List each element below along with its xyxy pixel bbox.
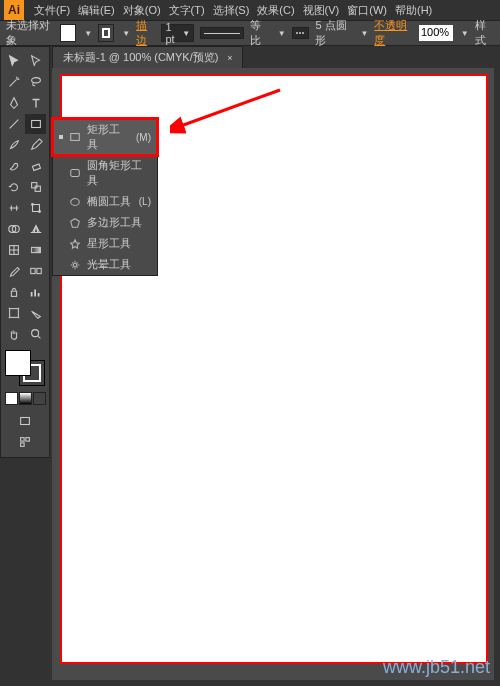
blob-brush-tool[interactable] — [3, 156, 24, 176]
menu-help[interactable]: 帮助(H) — [391, 3, 436, 18]
flyout-label: 光晕工具 — [87, 257, 151, 272]
document-tab-title: 未标题-1 @ 100% (CMYK/预览) — [63, 51, 218, 63]
svg-rect-4 — [35, 186, 40, 191]
column-graph-tool[interactable] — [25, 282, 46, 302]
fill-dropdown-icon[interactable]: ▼ — [84, 29, 92, 38]
uniform-dropdown-icon[interactable]: ▼ — [278, 29, 286, 38]
svg-marker-24 — [71, 218, 80, 227]
menu-file[interactable]: 文件(F) — [30, 3, 74, 18]
eraser-tool[interactable] — [25, 156, 46, 176]
stroke-link[interactable]: 描边 — [136, 18, 155, 48]
slice-tool[interactable] — [25, 303, 46, 323]
svg-rect-15 — [9, 309, 18, 318]
rotate-tool[interactable] — [3, 177, 24, 197]
edit-toolbar[interactable] — [15, 432, 36, 452]
flyout-rectangle[interactable]: 矩形工具 (M) — [53, 119, 157, 155]
style-label[interactable]: 样式 — [475, 18, 494, 48]
direct-selection-tool[interactable] — [25, 51, 46, 71]
flyout-label: 多边形工具 — [87, 215, 151, 230]
width-tool[interactable] — [3, 198, 24, 218]
symbol-sprayer-tool[interactable] — [3, 282, 24, 302]
svg-point-7 — [38, 211, 40, 213]
artboard-tool[interactable] — [3, 303, 24, 323]
eyedropper-tool[interactable] — [3, 261, 24, 281]
mesh-tool[interactable] — [3, 240, 24, 260]
svg-rect-14 — [11, 291, 16, 296]
svg-rect-13 — [36, 268, 40, 273]
none-mode[interactable] — [33, 392, 46, 405]
gradient-mode[interactable] — [19, 392, 32, 405]
fill-box[interactable] — [5, 350, 31, 376]
gradient-tool[interactable] — [25, 240, 46, 260]
no-selection-label: 未选择对象 — [6, 18, 54, 48]
menu-select[interactable]: 选择(S) — [209, 3, 254, 18]
watermark: www.jb51.net — [383, 657, 490, 678]
app-logo: Ai — [4, 0, 24, 20]
line-tool[interactable] — [3, 114, 24, 134]
menu-edit[interactable]: 编辑(E) — [74, 3, 119, 18]
svg-point-6 — [31, 204, 33, 206]
color-mode[interactable] — [5, 392, 18, 405]
opacity-link[interactable]: 不透明度 — [374, 18, 413, 48]
flyout-label: 圆角矩形工具 — [87, 158, 151, 188]
svg-rect-21 — [71, 134, 80, 141]
roundrect-icon — [69, 167, 81, 179]
magic-wand-tool[interactable] — [3, 72, 24, 92]
menu-type[interactable]: 文字(T) — [165, 3, 209, 18]
stroke-dropdown-icon[interactable]: ▼ — [122, 29, 130, 38]
scale-tool[interactable] — [25, 177, 46, 197]
brush-preview[interactable] — [292, 27, 310, 39]
opacity-dropdown-icon[interactable]: ▼ — [461, 29, 469, 38]
flare-icon — [69, 259, 81, 271]
stroke-profile[interactable] — [200, 27, 244, 39]
pen-tool[interactable] — [3, 93, 24, 113]
paintbrush-tool[interactable] — [3, 135, 24, 155]
pencil-tool[interactable] — [25, 135, 46, 155]
blend-tool[interactable] — [25, 261, 46, 281]
hand-tool[interactable] — [3, 324, 24, 344]
svg-rect-3 — [31, 183, 36, 188]
stroke-swatch[interactable] — [98, 24, 114, 42]
document-tab[interactable]: 未标题-1 @ 100% (CMYK/预览) × — [52, 46, 243, 68]
brush-label: 5 点圆形 — [315, 18, 352, 48]
selection-tool[interactable] — [3, 51, 24, 71]
brush-dropdown-icon[interactable]: ▼ — [360, 29, 368, 38]
flyout-flare[interactable]: 光晕工具 — [53, 254, 157, 275]
fill-swatch[interactable] — [60, 24, 76, 42]
zoom-tool[interactable] — [25, 324, 46, 344]
shape-builder-tool[interactable] — [3, 219, 24, 239]
close-tab-icon[interactable]: × — [227, 53, 232, 63]
rect-icon — [69, 131, 81, 143]
flyout-star[interactable]: 星形工具 — [53, 233, 157, 254]
lasso-tool[interactable] — [25, 72, 46, 92]
menu-window[interactable]: 窗口(W) — [343, 3, 391, 18]
svg-rect-20 — [21, 443, 25, 447]
annotation-arrow — [170, 85, 290, 135]
flyout-ellipse[interactable]: 椭圆工具 (L) — [53, 191, 157, 212]
flyout-key: (L) — [139, 196, 151, 207]
menu-view[interactable]: 视图(V) — [299, 3, 344, 18]
flyout-label: 椭圆工具 — [87, 194, 133, 209]
bullet-icon — [59, 135, 63, 139]
rectangle-tool[interactable] — [25, 114, 46, 134]
free-transform-tool[interactable] — [25, 198, 46, 218]
svg-point-0 — [31, 78, 40, 83]
svg-point-23 — [71, 198, 80, 205]
stroke-weight-field[interactable]: 1 pt▼ — [161, 24, 194, 42]
shape-tool-flyout: 矩形工具 (M) 圆角矩形工具 椭圆工具 (L) 多边形工具 星形工具 光晕工具 — [52, 118, 158, 276]
svg-line-27 — [178, 90, 280, 127]
document-tab-row: 未标题-1 @ 100% (CMYK/预览) × — [0, 46, 500, 68]
menu-effect[interactable]: 效果(C) — [253, 3, 298, 18]
svg-rect-19 — [26, 438, 30, 442]
svg-rect-11 — [31, 247, 40, 252]
type-tool[interactable] — [25, 93, 46, 113]
perspective-grid-tool[interactable] — [25, 219, 46, 239]
flyout-rounded-rect[interactable]: 圆角矩形工具 — [53, 155, 157, 191]
flyout-polygon[interactable]: 多边形工具 — [53, 212, 157, 233]
fill-stroke-control[interactable] — [3, 348, 47, 388]
polygon-icon — [69, 217, 81, 229]
screen-mode[interactable] — [15, 411, 36, 431]
opacity-field[interactable]: 100% — [419, 25, 453, 41]
menu-object[interactable]: 对象(O) — [119, 3, 165, 18]
svg-marker-25 — [71, 239, 80, 248]
